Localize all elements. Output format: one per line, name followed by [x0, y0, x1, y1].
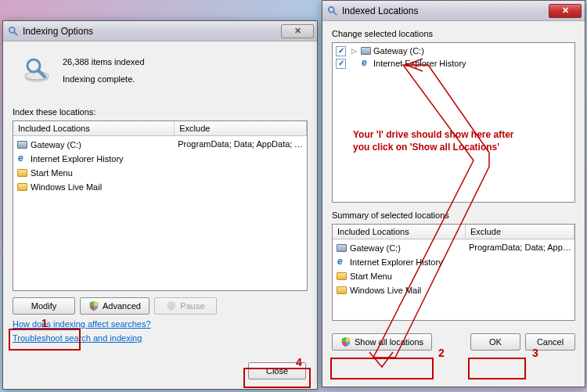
index-locations-label: Index these locations: [13, 107, 308, 117]
svg-line-7 [333, 11, 337, 14]
tree-item[interactable]: Internet Explorer History [333, 57, 574, 70]
item-name: Windows Live Mail [350, 286, 421, 295]
ie-icon [360, 58, 371, 69]
close-button[interactable]: Close [248, 362, 306, 379]
col-included[interactable]: Included Locations [333, 225, 466, 239]
indexed-locations-window: Indexed Locations ✕ Change selected loca… [322, 0, 585, 387]
list-item[interactable]: Internet Explorer History [333, 255, 574, 269]
col-exclude[interactable]: Exclude [466, 225, 574, 239]
ok-button[interactable]: OK [470, 333, 520, 351]
folder-icon [336, 271, 347, 282]
list-item[interactable]: Start Menu [13, 166, 307, 180]
search-index-icon [8, 26, 19, 37]
col-exclude[interactable]: Exclude [175, 121, 307, 135]
summary-label: Summary of selected locations [332, 210, 575, 220]
checkbox[interactable] [336, 59, 346, 69]
indexing-status-text: Indexing complete. [63, 74, 145, 84]
item-exclude [175, 167, 307, 179]
item-exclude [466, 256, 574, 268]
folder-icon [16, 167, 27, 178]
pause-button: Pause [154, 297, 217, 315]
titlebar[interactable]: Indexed Locations ✕ [322, 1, 585, 21]
svg-point-6 [329, 6, 334, 12]
titlebar[interactable]: Indexing Options ✕ [3, 21, 317, 41]
list-header: Included Locations Exclude [333, 225, 574, 239]
show-all-locations-button[interactable]: Show all locations [332, 333, 432, 351]
checkbox[interactable] [336, 46, 346, 56]
item-exclude [175, 181, 307, 193]
drive-icon [360, 45, 371, 56]
locations-tree[interactable]: ▷Gateway (C:)Internet Explorer History [332, 42, 575, 203]
item-exclude: ProgramData; Data; AppData; ... [466, 242, 574, 254]
list-item[interactable]: Gateway (C:)ProgramData; Data; AppData; … [13, 138, 307, 152]
close-window-button[interactable]: ✕ [549, 4, 582, 18]
indexing-options-window: Indexing Options ✕ 26,388 items indexed … [2, 20, 318, 390]
item-exclude [175, 153, 307, 165]
indexing-icon [20, 54, 53, 87]
tree-item-label: Internet Explorer History [373, 59, 466, 68]
item-name: Internet Explorer History [31, 154, 124, 164]
ie-icon [336, 257, 347, 268]
summary-list[interactable]: Included Locations Exclude Gateway (C:)P… [332, 224, 575, 321]
item-name: Internet Explorer History [350, 257, 443, 267]
locations-list[interactable]: Included Locations Exclude Gateway (C:)P… [13, 120, 308, 291]
list-item[interactable]: Windows Live Mail [333, 283, 574, 297]
ie-icon [16, 153, 27, 164]
drive-icon [16, 139, 27, 150]
close-window-button[interactable]: ✕ [281, 24, 314, 38]
list-item[interactable]: Gateway (C:)ProgramData; Data; AppData; … [333, 241, 574, 255]
item-name: Gateway (C:) [31, 140, 81, 149]
tree-item-label: Gateway (C:) [373, 46, 424, 56]
col-included[interactable]: Included Locations [13, 121, 175, 135]
item-exclude [466, 284, 574, 297]
list-header: Included Locations Exclude [13, 121, 307, 136]
item-exclude [466, 270, 574, 282]
shield-icon [340, 336, 351, 347]
advanced-button[interactable]: Advanced [80, 297, 149, 315]
svg-line-1 [14, 31, 17, 34]
expander-icon[interactable] [351, 60, 358, 67]
item-name: Gateway (C:) [350, 243, 401, 253]
items-indexed-text: 26,388 items indexed [63, 57, 145, 67]
item-name: Windows Live Mail [31, 182, 102, 192]
expander-icon[interactable]: ▷ [351, 48, 358, 55]
how-indexing-link[interactable]: How does indexing affect searches? [13, 319, 151, 329]
tree-item[interactable]: ▷Gateway (C:) [333, 45, 574, 57]
cancel-button[interactable]: Cancel [525, 333, 575, 351]
window-title: Indexed Locations [327, 5, 549, 16]
window-title: Indexing Options [8, 26, 281, 37]
change-locations-label: Change selected locations [332, 29, 575, 38]
item-exclude: ProgramData; Data; AppData; AppData; ... [175, 138, 307, 151]
item-name: Start Menu [31, 168, 73, 178]
drive-icon [336, 243, 347, 254]
shield-icon [88, 300, 99, 311]
folder-icon [16, 182, 27, 192]
list-item[interactable]: Internet Explorer History [13, 152, 307, 166]
item-name: Start Menu [350, 272, 392, 281]
shield-icon [166, 300, 177, 311]
folder-icon [336, 285, 347, 296]
modify-button[interactable]: Modify [13, 297, 75, 315]
troubleshoot-link[interactable]: Troubleshoot search and indexing [13, 333, 142, 343]
search-index-icon [327, 5, 338, 16]
svg-point-0 [9, 27, 15, 32]
list-item[interactable]: Windows Live Mail [13, 180, 307, 194]
list-item[interactable]: Start Menu [333, 269, 574, 283]
